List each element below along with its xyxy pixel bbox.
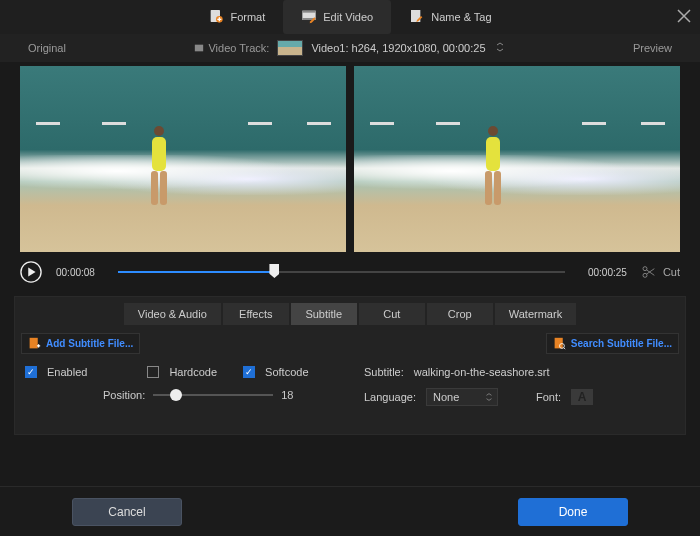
font-picker[interactable]: A <box>571 389 593 405</box>
enabled-label: Enabled <box>47 366 87 378</box>
edit-video-icon <box>301 8 317 26</box>
chevron-updown-icon <box>484 392 494 402</box>
search-file-icon <box>553 337 566 350</box>
position-label: Position: <box>103 389 145 401</box>
play-icon <box>20 261 42 283</box>
subtab-effects[interactable]: Effects <box>223 303 289 325</box>
name-tag-icon <box>409 8 425 26</box>
add-file-icon <box>28 337 41 350</box>
svg-rect-6 <box>195 45 203 52</box>
close-button[interactable] <box>676 8 692 24</box>
tab-name-tag[interactable]: Name & Tag <box>391 0 509 34</box>
scissors-icon <box>641 264 657 280</box>
sub-tabs: Video & Audio Effects Subtitle Cut Crop … <box>15 297 685 329</box>
tab-format-label: Format <box>230 11 265 23</box>
position-value: 18 <box>281 389 293 401</box>
close-icon <box>676 8 692 24</box>
video-track-bar: Original Video Track: Video1: h264, 1920… <box>0 34 700 62</box>
original-preview <box>20 66 346 252</box>
chevron-updown-icon <box>494 41 506 53</box>
form-col-left: ✓ Enabled Hardcode ✓ Softcode Position: … <box>25 366 336 406</box>
svg-rect-3 <box>303 11 316 13</box>
subtab-crop[interactable]: Crop <box>427 303 493 325</box>
cancel-button[interactable]: Cancel <box>72 498 182 526</box>
language-select[interactable]: None <box>426 388 498 406</box>
softcode-label: Softcode <box>265 366 308 378</box>
cut-tool[interactable]: Cut <box>641 264 680 280</box>
subtitle-file-value: walking-on-the-seashore.srt <box>414 366 550 378</box>
track-icon <box>194 43 204 53</box>
subtab-watermark[interactable]: Watermark <box>495 303 576 325</box>
tab-name-tag-label: Name & Tag <box>431 11 491 23</box>
track-thumbnail <box>277 40 303 56</box>
subtab-subtitle[interactable]: Subtitle <box>291 303 357 325</box>
svg-point-9 <box>643 273 647 277</box>
language-label: Language: <box>364 391 416 403</box>
preview-label: Preview <box>633 42 672 54</box>
seek-bar[interactable] <box>118 264 565 280</box>
enabled-checkbox[interactable]: ✓ <box>25 366 37 378</box>
track-info: Video1: h264, 1920x1080, 00:00:25 <box>311 42 485 54</box>
subtab-video-audio[interactable]: Video & Audio <box>124 303 221 325</box>
tab-edit-video[interactable]: Edit Video <box>283 0 391 34</box>
svg-point-8 <box>643 267 647 271</box>
time-current: 00:00:08 <box>56 267 104 278</box>
seek-fill <box>118 271 274 273</box>
subtitle-button-row: Add Subtitle File... Search Subtitle Fil… <box>15 329 685 358</box>
subtitle-file-label: Subtitle: <box>364 366 404 378</box>
footer: Cancel Done <box>0 486 700 536</box>
slider-thumb[interactable] <box>170 389 182 401</box>
seek-thumb[interactable] <box>269 264 279 278</box>
add-subtitle-button[interactable]: Add Subtitle File... <box>21 333 140 354</box>
edit-panel: Video & Audio Effects Subtitle Cut Crop … <box>14 296 686 435</box>
hardcode-label: Hardcode <box>169 366 217 378</box>
video-track-label: Video Track: <box>194 42 269 54</box>
svg-rect-10 <box>30 338 38 349</box>
player-bar: 00:00:08 00:00:25 Cut <box>0 254 700 290</box>
search-subtitle-label: Search Subtitle File... <box>571 338 672 349</box>
result-preview <box>354 66 680 252</box>
softcode-checkbox[interactable]: ✓ <box>243 366 255 378</box>
top-tabs: Format Edit Video Name & Tag <box>190 0 509 34</box>
preview-row <box>0 66 700 252</box>
format-icon <box>208 8 224 26</box>
add-subtitle-label: Add Subtitle File... <box>46 338 133 349</box>
font-glyph: A <box>578 390 587 404</box>
cut-label: Cut <box>663 266 680 278</box>
time-total: 00:00:25 <box>579 267 627 278</box>
track-dropdown[interactable] <box>494 41 506 55</box>
hardcode-checkbox[interactable] <box>147 366 159 378</box>
subtab-cut[interactable]: Cut <box>359 303 425 325</box>
language-value: None <box>433 391 459 403</box>
done-button[interactable]: Done <box>518 498 628 526</box>
play-button[interactable] <box>20 261 42 283</box>
position-slider[interactable] <box>153 388 273 402</box>
tab-format[interactable]: Format <box>190 0 283 34</box>
search-subtitle-button[interactable]: Search Subtitle File... <box>546 333 679 354</box>
subtitle-form: ✓ Enabled Hardcode ✓ Softcode Position: … <box>15 358 685 434</box>
svg-rect-11 <box>554 338 562 349</box>
original-label: Original <box>28 42 66 54</box>
tab-edit-video-label: Edit Video <box>323 11 373 23</box>
font-label: Font: <box>536 391 561 403</box>
form-col-right: Subtitle: walking-on-the-seashore.srt La… <box>364 366 675 406</box>
title-bar: Format Edit Video Name & Tag <box>0 0 700 34</box>
